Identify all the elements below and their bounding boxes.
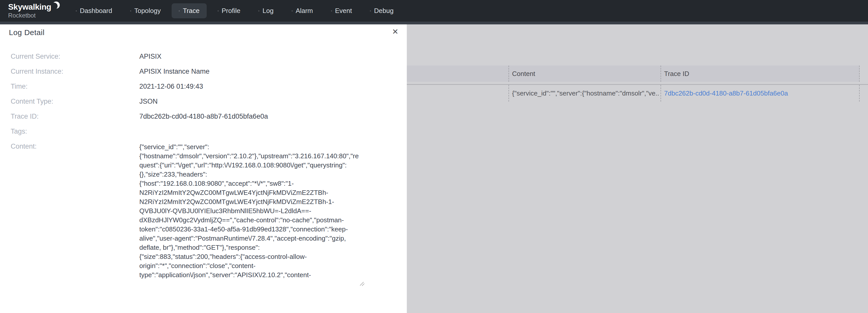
nav-item-event[interactable]: Event (331, 7, 352, 15)
field-label: Content Type: (11, 98, 139, 105)
nav-item-dot (291, 10, 292, 11)
column-separator (660, 85, 661, 102)
field-label: Tags: (11, 128, 139, 135)
field-value: APISIX (139, 53, 161, 61)
logo-title: Skywalking (8, 2, 51, 12)
field-label: Current Instance: (11, 68, 139, 75)
nav-item-label: Log (262, 7, 273, 15)
logo-subtitle: Rocketbot (8, 12, 60, 19)
column-separator (859, 85, 860, 102)
nav-item-label: Alarm (296, 7, 313, 15)
field-label: Trace ID: (11, 112, 139, 120)
field-list: Current Service: APISIX Current Instance… (11, 49, 392, 139)
field-label: Time: (11, 82, 139, 91)
nav-item-dot (76, 10, 77, 11)
nav-item-dot (218, 10, 219, 11)
field-row-tags: Tags: (11, 124, 392, 139)
nav-item-dashboard[interactable]: Dashboard (76, 7, 112, 15)
nav-item-label: Trace (183, 7, 199, 15)
nav-item-profile[interactable]: Profile (218, 7, 241, 15)
log-row-content-preview: {"service_id":"","server":{"hostname":"d… (512, 85, 659, 102)
log-detail-panel: Log Detail ✕ Current Service: APISIX Cur… (0, 24, 407, 313)
nav-item-label: Profile (222, 7, 241, 15)
nav-item-topology[interactable]: Topology (130, 7, 161, 15)
field-value: 2021-12-06 01:49:43 (139, 82, 203, 91)
nav-item-label: Dashboard (80, 7, 112, 15)
column-separator (859, 66, 860, 82)
nav-item-label: Topology (134, 7, 161, 15)
column-separator (508, 66, 509, 82)
crescent-moon-icon (52, 1, 60, 12)
page-title: Log Detail (9, 28, 44, 37)
nav-item-trace[interactable]: Trace (172, 3, 207, 18)
field-value: 7dbc262b-cd0d-4180-a8b7-61d05bfa6e0a (139, 112, 268, 120)
nav-item-dot (179, 10, 180, 11)
nav-item-dot (130, 10, 131, 11)
close-icon[interactable]: ✕ (392, 28, 398, 36)
log-content-textarea[interactable]: {"service_id":"","server":{"hostname":"d… (139, 140, 365, 289)
log-table-row[interactable]: {"service_id":"","server":{"hostname":"d… (407, 85, 860, 102)
nav-item-log[interactable]: Log (258, 7, 273, 15)
field-label: Current Service: (11, 53, 139, 61)
nav-item-debug[interactable]: Debug (370, 7, 394, 15)
log-row-trace-id-link[interactable]: 7dbc262b-cd0d-4180-a8b7-61d05bfa6e0a (664, 85, 788, 102)
field-row-time: Time: 2021-12-06 01:49:43 (11, 79, 392, 94)
nav-item-dot (258, 10, 259, 11)
field-row-current-instance: Current Instance: APISIX Instance Name (11, 64, 392, 79)
column-header-content: Content (512, 66, 535, 82)
dimmed-background: Content Trace ID {"service_id":"","serve… (407, 24, 868, 313)
nav-menu: Dashboard Topology Trace Profile Log Ala… (76, 0, 394, 22)
nav-item-alarm[interactable]: Alarm (291, 7, 313, 15)
column-separator (508, 85, 509, 102)
field-row-content-type: Content Type: JSON (11, 94, 392, 109)
nav-item-dot (370, 10, 371, 11)
navbar-bottom-stripe (0, 22, 868, 24)
app-logo[interactable]: Skywalking Rocketbot (8, 2, 60, 19)
content-field-label: Content: (11, 142, 37, 151)
column-separator (660, 66, 661, 82)
field-row-trace-id: Trace ID: 7dbc262b-cd0d-4180-a8b7-61d05b… (11, 109, 392, 124)
column-header-trace-id: Trace ID (664, 66, 689, 82)
field-row-current-service: Current Service: APISIX (11, 49, 392, 64)
field-value: JSON (139, 98, 158, 105)
top-navbar: Skywalking Rocketbot Dashboard Topology … (0, 0, 868, 24)
nav-item-dot (331, 10, 332, 11)
field-value: APISIX Instance Name (139, 68, 210, 75)
nav-item-label: Debug (374, 7, 394, 15)
log-table-header: Content Trace ID (407, 66, 860, 82)
nav-item-label: Event (335, 7, 352, 15)
